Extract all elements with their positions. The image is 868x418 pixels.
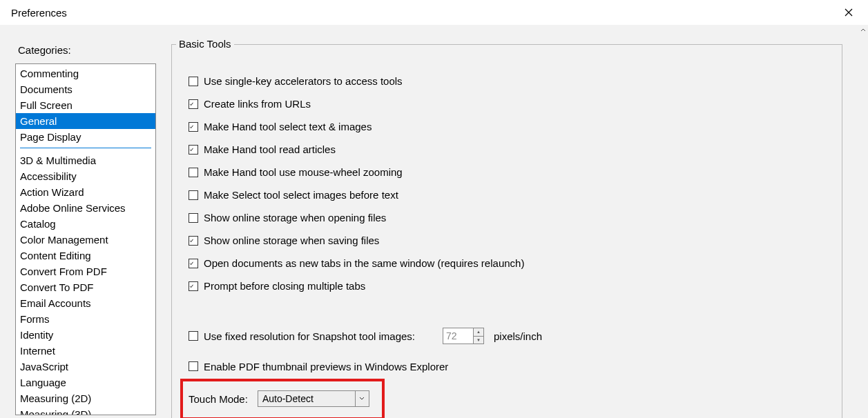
option-label: Create links from URLs [204,98,311,110]
titlebar: Preferences [0,0,868,25]
option-checkbox[interactable] [189,145,198,155]
spinner-up[interactable]: ▲ [474,328,483,337]
close-button[interactable] [836,2,861,23]
window-title: Preferences [11,7,67,19]
category-item[interactable]: Accessibility [16,168,155,184]
chevron-down-icon [355,391,369,406]
category-item[interactable]: Commenting [16,66,155,81]
option-checkbox[interactable] [189,99,198,109]
category-item[interactable]: Identity [16,327,155,343]
option-label: Show online storage when opening files [204,212,386,223]
touch-mode-label: Touch Mode: [189,393,248,405]
snapshot-resolution-input[interactable] [443,328,473,344]
option-row: Prompt before closing multiple tabs [189,275,825,297]
category-item[interactable]: Language [16,375,155,390]
category-item[interactable]: Color Management [16,232,155,248]
snapshot-checkbox[interactable] [189,331,198,341]
option-label: Open documents as new tabs in the same w… [204,257,524,269]
categories-list[interactable]: CommentingDocumentsFull ScreenGeneralPag… [15,63,156,415]
option-checkbox[interactable] [189,190,198,200]
spinner-down[interactable]: ▼ [474,337,483,344]
snapshot-label: Use fixed resolution for Snapshot tool i… [204,330,415,342]
category-item[interactable]: Measuring (3D) [16,406,155,415]
category-item[interactable]: Full Screen [16,97,155,113]
category-item[interactable]: JavaScript [16,359,155,375]
group-title: Basic Tools [176,38,234,50]
option-row: Show online storage when saving files [189,229,825,252]
snapshot-resolution-spinner[interactable]: ▲ ▼ [443,328,484,344]
category-item[interactable]: 3D & Multimedia [16,152,155,168]
dialog-body: Categories: CommentingDocumentsFull Scre… [0,25,858,418]
touch-mode-combo[interactable]: Auto-Detect [258,390,369,407]
options-container: Use single-key accelerators to access to… [189,70,825,297]
option-checkbox[interactable] [189,122,198,132]
option-row: Show online storage when opening files [189,206,825,229]
option-label: Make Select tool select images before te… [204,189,398,201]
category-item[interactable]: Internet [16,343,155,359]
category-item[interactable]: Action Wizard [16,184,155,200]
category-item[interactable]: Email Accounts [16,295,155,311]
category-item[interactable]: Content Editing [16,248,155,263]
option-row: Make Hand tool select text & images [189,115,825,138]
scroll-up-arrow[interactable] [858,25,868,34]
vertical-scrollbar[interactable] [858,25,868,418]
option-label: Prompt before closing multiple tabs [204,280,365,292]
option-checkbox[interactable] [189,168,198,177]
option-label: Make Hand tool read articles [204,143,336,155]
option-label: Make Hand tool select text & images [204,121,372,132]
category-item[interactable]: General [16,113,155,129]
category-item[interactable]: Convert From PDF [16,263,155,279]
option-row: Open documents as new tabs in the same w… [189,252,825,275]
category-item[interactable]: Page Display [16,129,155,145]
snapshot-row: Use fixed resolution for Snapshot tool i… [189,326,542,346]
thumbnail-checkbox[interactable] [189,361,198,371]
option-row: Create links from URLs [189,92,825,115]
option-label: Make Hand tool use mouse-wheel zooming [204,166,403,178]
option-row: Use single-key accelerators to access to… [189,70,825,92]
option-checkbox[interactable] [189,236,198,246]
touch-mode-row: Touch Mode: Auto-Detect [189,388,369,409]
option-row: Make Hand tool use mouse-wheel zooming [189,161,825,183]
spinner-buttons[interactable]: ▲ ▼ [473,328,484,344]
thumbnail-label: Enable PDF thumbnail previews in Windows… [204,361,448,372]
category-divider [20,148,151,148]
option-row: Make Hand tool read articles [189,138,825,161]
option-checkbox[interactable] [189,77,198,86]
category-item[interactable]: Adobe Online Services [16,200,155,216]
category-item[interactable]: Measuring (2D) [16,390,155,406]
categories-label: Categories: [18,44,71,56]
option-row: Make Select tool select images before te… [189,183,825,206]
option-checkbox[interactable] [189,213,198,223]
category-item[interactable]: Forms [16,311,155,327]
touch-mode-value: Auto-Detect [262,393,314,404]
category-item[interactable]: Convert To PDF [16,279,155,295]
option-checkbox[interactable] [189,281,198,291]
category-item[interactable]: Documents [16,81,155,97]
thumbnail-row: Enable PDF thumbnail previews in Windows… [189,358,448,375]
basic-tools-group: Basic Tools Use single-key accelerators … [171,44,842,418]
category-item[interactable]: Catalog [16,216,155,232]
close-icon [845,8,853,17]
snapshot-units: pixels/inch [494,330,542,342]
option-checkbox[interactable] [189,259,198,268]
option-label: Show online storage when saving files [204,235,379,246]
option-label: Use single-key accelerators to access to… [204,75,403,87]
